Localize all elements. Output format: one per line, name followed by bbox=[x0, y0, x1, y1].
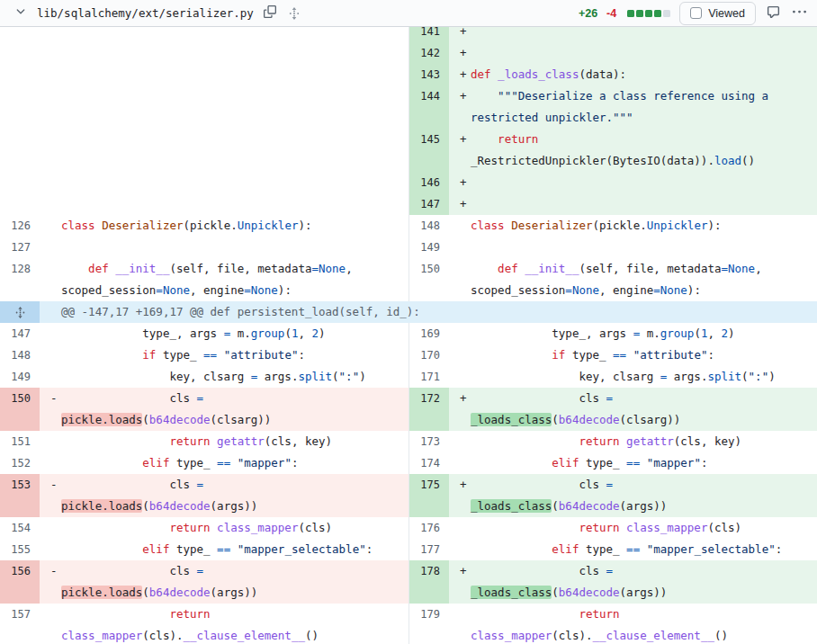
line-number-left[interactable]: 126 bbox=[0, 215, 40, 237]
code-token: ) bbox=[359, 370, 366, 383]
diff-side-left bbox=[0, 193, 408, 215]
line-number-left[interactable]: 152 bbox=[0, 452, 40, 474]
code-token: () bbox=[305, 629, 319, 642]
diff-marker bbox=[449, 452, 471, 474]
code-token: type_ bbox=[169, 542, 217, 556]
line-number-left[interactable]: 148 bbox=[0, 344, 40, 366]
code-cell: elif type_ == "mapper_selectable": bbox=[449, 539, 817, 560]
diff-side-left: 148 if type_ == "attribute": bbox=[0, 344, 408, 366]
line-number-right[interactable]: 176 bbox=[409, 517, 449, 539]
code-token: ( bbox=[694, 326, 701, 340]
code-token: ) bbox=[728, 326, 735, 340]
code-token: type_ bbox=[169, 456, 217, 470]
diff-marker bbox=[449, 366, 471, 388]
drag-grip-icon[interactable] bbox=[286, 5, 302, 22]
code-token: () bbox=[714, 629, 728, 642]
diff-marker: + bbox=[449, 388, 471, 409]
code-token: , bbox=[707, 326, 721, 340]
code-token: None bbox=[251, 283, 278, 297]
code-token: _loads_class bbox=[498, 67, 579, 81]
viewed-checkbox[interactable] bbox=[690, 7, 702, 19]
code-cell: class Deserializer(pickle.Unpickler): bbox=[449, 215, 817, 237]
line-number-left[interactable]: 156 bbox=[0, 560, 40, 604]
code-cell: + bbox=[449, 193, 817, 215]
line-number-right[interactable]: 172 bbox=[409, 388, 449, 431]
code-token: restricted unpickler.""" bbox=[471, 111, 633, 124]
line-number-right[interactable]: 141 bbox=[409, 27, 449, 42]
code-cell: + cls = _loads_class(b64decode(args)) bbox=[449, 474, 817, 517]
file-path[interactable]: lib/sqlalchemy/ext/serializer.py bbox=[37, 6, 254, 20]
code-token bbox=[230, 456, 238, 470]
diff-side-right: 144+ """Deserialize a class reference us… bbox=[408, 85, 817, 129]
line-number-left[interactable]: 153 bbox=[0, 474, 40, 517]
line-number-right[interactable]: 145 bbox=[409, 129, 449, 172]
line-number-right[interactable]: 177 bbox=[409, 539, 449, 560]
code-token bbox=[211, 434, 218, 448]
diff-row: 147+ bbox=[0, 193, 817, 215]
file-options-button[interactable] bbox=[791, 4, 808, 23]
code-cell bbox=[40, 42, 408, 64]
line-number-right[interactable]: 148 bbox=[409, 215, 449, 237]
line-number-left[interactable]: 150 bbox=[0, 388, 40, 431]
line-number-right[interactable]: 173 bbox=[409, 431, 449, 452]
code-token: = bbox=[156, 283, 163, 297]
comment-button[interactable] bbox=[765, 4, 782, 23]
line-number-left[interactable]: 128 bbox=[0, 258, 40, 301]
code-cell bbox=[40, 64, 408, 85]
code-token: scoped_session bbox=[61, 283, 156, 297]
code-token: == bbox=[626, 456, 640, 470]
code-token: class_mapper bbox=[471, 629, 552, 642]
code-token bbox=[61, 521, 169, 534]
line-number-right[interactable]: 179 bbox=[409, 604, 449, 644]
line-number-right[interactable]: 174 bbox=[409, 452, 449, 474]
code-token: = bbox=[565, 283, 572, 297]
copy-path-button[interactable] bbox=[262, 4, 278, 22]
code-line: - cls = bbox=[40, 388, 408, 409]
line-number-right[interactable]: 170 bbox=[409, 344, 449, 366]
code-line: scoped_session=None, engine=None): bbox=[40, 280, 408, 301]
line-number-right[interactable]: 147 bbox=[409, 193, 449, 215]
code-line: + cls = bbox=[449, 560, 817, 582]
line-number-right[interactable]: 143 bbox=[409, 64, 449, 85]
line-number-right[interactable]: 149 bbox=[409, 237, 449, 258]
line-number-left[interactable]: 149 bbox=[0, 366, 40, 388]
line-number-right[interactable]: 146 bbox=[409, 172, 449, 193]
line-number-left[interactable]: 127 bbox=[0, 237, 40, 258]
line-number-left[interactable]: 155 bbox=[0, 539, 40, 560]
line-number-right[interactable]: 142 bbox=[409, 42, 449, 64]
diff-marker bbox=[449, 258, 471, 280]
code-token: (clsarg)) bbox=[620, 413, 681, 426]
diff-side-left: 155 elif type_ == "mapper_selectable": bbox=[0, 539, 408, 560]
code-cell: if type_ == "attribute": bbox=[40, 344, 408, 366]
line-number-right[interactable]: 169 bbox=[409, 323, 449, 344]
code-token bbox=[491, 67, 498, 81]
expand-hunk-button[interactable] bbox=[0, 301, 40, 323]
code-token: elif bbox=[142, 542, 169, 556]
code-token: ":" bbox=[339, 370, 360, 383]
diff-side-right: 174 elif type_ == "mapper": bbox=[408, 452, 817, 474]
diff-row: 142+ bbox=[0, 42, 817, 64]
line-number-right[interactable]: 150 bbox=[409, 258, 449, 301]
collapse-file-button[interactable] bbox=[13, 4, 29, 22]
diff-marker: + bbox=[449, 64, 471, 85]
line-number-right[interactable]: 171 bbox=[409, 366, 449, 388]
file-diff-card: lib/sqlalchemy/ext/serializer.py +26 -4 … bbox=[0, 0, 817, 644]
line-number-left[interactable]: 157 bbox=[0, 604, 40, 644]
code-line: return class_mapper(cls) bbox=[449, 517, 817, 539]
diffstat-block-add bbox=[627, 10, 634, 17]
diff-side-right: 178+ cls = _loads_class(b64decode(args)) bbox=[408, 560, 817, 604]
line-number-left[interactable]: 147 bbox=[0, 323, 40, 344]
line-number-right[interactable]: 178 bbox=[409, 560, 449, 604]
code-line: class Deserializer(pickle.Unpickler): bbox=[40, 215, 408, 237]
code-token: : bbox=[298, 348, 305, 362]
line-number-left[interactable]: 154 bbox=[0, 517, 40, 539]
diff-row: 127 149 bbox=[0, 237, 817, 258]
line-number-left bbox=[0, 64, 40, 85]
line-number-right[interactable]: 175 bbox=[409, 474, 449, 517]
line-number-left[interactable]: 151 bbox=[0, 431, 40, 452]
code-token: = bbox=[606, 478, 614, 491]
chevron-down-icon bbox=[14, 5, 27, 21]
code-token: = bbox=[606, 391, 614, 405]
viewed-button[interactable]: Viewed bbox=[679, 2, 756, 25]
line-number-right[interactable]: 144 bbox=[409, 85, 449, 129]
